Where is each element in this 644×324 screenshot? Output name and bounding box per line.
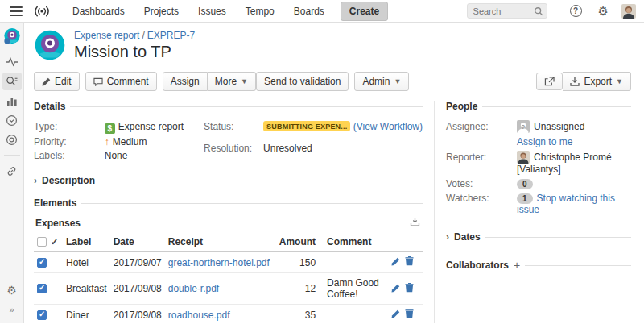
chevron-down-icon: ▼ [616, 77, 623, 85]
breadcrumb-separator: / [142, 30, 144, 41]
priority-medium-icon: ↑ [105, 136, 109, 147]
edit-row-icon[interactable] [391, 284, 400, 295]
labels-label: Labels: [34, 150, 105, 161]
search-box [467, 3, 547, 19]
main-menu: Dashboards Projects Issues Tempo Boards [63, 2, 334, 21]
sidebar-settings-gear-icon[interactable]: ⚙ [2, 281, 22, 299]
project-avatar-small[interactable] [3, 27, 21, 45]
row-checkbox[interactable] [37, 284, 47, 293]
table-row: Breakfast 2017/09/08 double-r.pdf 12 Dam… [34, 273, 423, 305]
export-button[interactable]: Export ▼ [563, 72, 631, 91]
help-icon[interactable]: ? [570, 5, 582, 17]
edit-row-icon[interactable] [391, 257, 400, 268]
target-icon[interactable] [2, 131, 22, 148]
type-value: $Expense report [105, 121, 204, 134]
search-issues-icon[interactable] [2, 73, 22, 90]
status-badge: SUBMITTING EXPEN... [263, 121, 350, 131]
priority-label: Priority: [34, 136, 105, 147]
comment-button[interactable]: Comment [85, 72, 157, 91]
select-all-checkbox[interactable] [37, 237, 47, 247]
expenses-table: ✓ Label Date Receipt Amount Comment Ho [34, 232, 423, 323]
reports-bar-chart-icon[interactable] [2, 92, 22, 110]
comment-bubble-icon [93, 77, 103, 86]
delete-row-icon[interactable] [405, 256, 414, 268]
table-row: Hotel 2017/09/07 great-northern-hotel.pd… [34, 252, 423, 273]
chevron-down-icon: ▼ [241, 77, 248, 85]
votes-badge[interactable]: 0 [517, 179, 533, 189]
people-module-header[interactable]: People [446, 101, 631, 112]
votes-label: Votes: [446, 178, 517, 189]
assignee-value: ?Unassigned [517, 120, 631, 133]
view-workflow-link[interactable]: (View Workflow) [353, 121, 423, 132]
top-navigation: Dashboards Projects Issues Tempo Boards … [0, 0, 644, 23]
checkmark-icon: ✓ [51, 237, 58, 247]
share-button[interactable] [536, 73, 563, 90]
unassigned-avatar: ? [517, 120, 530, 133]
search-input[interactable] [473, 6, 534, 16]
receipt-link[interactable]: great-northern-hotel.pdf [168, 257, 270, 268]
elements-module-header[interactable]: Elements [34, 197, 423, 209]
resolution-label: Resolution: [204, 143, 263, 162]
reporter-avatar [517, 151, 530, 164]
priority-value: ↑Medium [105, 136, 204, 147]
issue-title: Mission to TP [74, 43, 195, 61]
nav-issues[interactable]: Issues [188, 2, 236, 21]
assign-button[interactable]: Assign [163, 72, 208, 91]
nav-boards[interactable]: Boards [284, 2, 334, 21]
assignee-label: Assignee: [446, 120, 517, 133]
breadcrumb-issue-link[interactable]: EXPREP-7 [147, 30, 195, 41]
download-tray-icon [570, 77, 580, 86]
collaborators-module-header[interactable]: Collaborators+ [446, 259, 631, 272]
link-icon[interactable] [2, 162, 22, 180]
user-avatar[interactable] [621, 4, 636, 19]
row-checkbox[interactable] [37, 258, 47, 268]
expenses-heading: Expenses [35, 218, 80, 229]
assign-to-me-link[interactable]: Assign to me [517, 136, 572, 147]
project-avatar [34, 29, 66, 64]
share-icon [544, 77, 555, 86]
edit-row-icon[interactable] [391, 309, 400, 321]
nav-dashboards[interactable]: Dashboards [63, 2, 134, 21]
more-button[interactable]: More ▼ [208, 72, 256, 91]
dates-module-header[interactable]: ›Dates [446, 231, 631, 243]
nav-projects[interactable]: Projects [134, 2, 188, 21]
admin-button[interactable]: Admin ▼ [354, 72, 409, 91]
create-button[interactable]: Create [341, 2, 388, 21]
receipt-link[interactable]: double-r.pdf [168, 283, 219, 294]
resolution-value: Unresolved [263, 143, 423, 162]
add-collaborator-icon[interactable]: + [514, 259, 520, 272]
send-to-validation-button[interactable]: Send to validation [256, 72, 349, 91]
reporter-label: Reporter: [446, 151, 517, 175]
expense-report-type-icon: $ [105, 123, 115, 134]
nav-tempo[interactable]: Tempo [236, 2, 284, 21]
history-clock-icon[interactable] [2, 111, 22, 129]
activity-pulse-icon[interactable] [2, 53, 22, 71]
expenses-export-icon[interactable] [410, 217, 420, 229]
settings-gear-icon[interactable]: ⚙ [598, 5, 609, 17]
issue-toolbar: Edit Comment Assign More ▼ Send to valid… [34, 72, 631, 91]
labels-value: None [105, 150, 204, 161]
pencil-icon [42, 77, 51, 86]
watchers-label: Watchers: [446, 193, 517, 215]
row-checkbox[interactable] [37, 310, 47, 320]
broadcast-logo-icon[interactable] [32, 5, 52, 18]
watchers-badge[interactable]: 1 [517, 193, 533, 204]
details-module-header[interactable]: Details [34, 101, 423, 112]
left-icon-sidebar: ⚙ » [0, 23, 24, 323]
description-module-header[interactable]: ›Description [34, 175, 423, 186]
chevron-down-icon: ▼ [394, 77, 401, 85]
reporter-value: Christophe Promé [Valiantys] [517, 151, 631, 175]
expand-sidebar-icon[interactable]: » [2, 301, 22, 318]
edit-button[interactable]: Edit [34, 72, 80, 91]
delete-row-icon[interactable] [405, 283, 414, 295]
breadcrumb-project-link[interactable]: Expense report [74, 30, 139, 41]
details-fields: Type: $Expense report Priority: ↑Medium … [34, 118, 423, 164]
breadcrumb: Expense report/EXPREP-7 [74, 30, 195, 41]
expenses-table-header: ✓ Label Date Receipt Amount Comment [34, 232, 423, 252]
svg-text:?: ? [522, 124, 525, 130]
search-icon [534, 6, 543, 16]
receipt-link[interactable]: roadhouse.pdf [168, 309, 230, 321]
delete-row-icon[interactable] [405, 309, 414, 321]
type-label: Type: [34, 121, 105, 134]
menu-icon[interactable] [10, 6, 23, 16]
